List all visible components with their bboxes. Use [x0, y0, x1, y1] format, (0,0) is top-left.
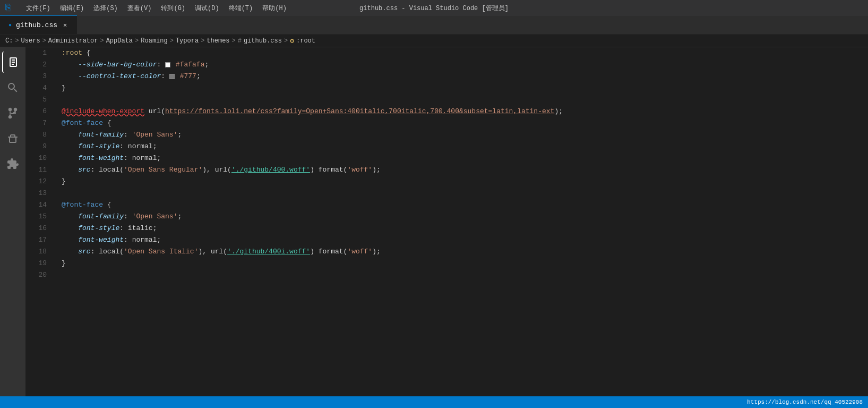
breadcrumb-administrator[interactable]: Administrator — [48, 37, 98, 45]
code-line-1: :root { — [62, 47, 868, 59]
menu-help[interactable]: 帮助(H) — [258, 2, 291, 15]
token: ); — [554, 107, 563, 115]
code-line-9: font-style: normal; — [62, 141, 868, 152]
token: ; — [177, 212, 182, 220]
menu-view[interactable]: 查看(V) — [123, 2, 156, 15]
code-line-18: src: local('Open Sans Italic'), url('./g… — [62, 246, 868, 258]
line-num-5: 5 — [25, 94, 51, 106]
code-line-17: font-weight: normal; — [62, 234, 868, 246]
breadcrumb-c[interactable]: C: — [5, 37, 13, 45]
token — [62, 142, 78, 150]
menu-select[interactable]: 选择(S) — [89, 2, 122, 15]
token: ); — [372, 248, 381, 256]
breadcrumb-appdata[interactable]: AppData — [106, 37, 133, 45]
tab-label: github.css — [16, 21, 57, 29]
token: { — [103, 201, 111, 209]
extensions-icon[interactable] — [2, 154, 23, 175]
debug-icon[interactable] — [2, 128, 23, 149]
breadcrumb-users[interactable]: Users — [21, 37, 40, 45]
token: ; — [204, 61, 209, 69]
code-lines: :root { --side-bar-bg-color: #fafafa; --… — [57, 47, 868, 408]
color-swatch — [165, 62, 170, 67]
breadcrumb-themes[interactable]: themes — [207, 37, 229, 45]
menu-edit[interactable]: 编辑(E) — [56, 2, 89, 15]
token: font-family — [78, 131, 124, 139]
token: --side-bar-bg-color — [78, 61, 157, 69]
token: ), url( — [202, 166, 231, 174]
token: #fafafa — [171, 61, 204, 69]
menu-terminal[interactable]: 终端(T) — [225, 2, 257, 15]
token: './github/400.woff' — [231, 166, 310, 174]
token: ) format( — [310, 248, 347, 256]
line-num-6: 6 — [25, 106, 51, 117]
token: : — [157, 61, 165, 69]
token: : normal; — [119, 142, 157, 150]
token: } — [62, 177, 66, 185]
color-swatch — [169, 74, 175, 79]
source-control-icon[interactable] — [2, 103, 23, 124]
token: https://fonts.loli.net/css?family=Open+S… — [165, 107, 554, 115]
code-container: 1 2 3 4 5 6 7 8 9 10 11 12 13 14 15 16 1… — [25, 47, 868, 408]
menu-file[interactable]: 文件(F) — [22, 2, 55, 15]
token: : — [124, 131, 132, 139]
line-num-8: 8 — [25, 129, 51, 141]
code-line-20 — [62, 269, 868, 281]
search-icon[interactable] — [2, 77, 23, 98]
breadcrumb-root[interactable]: :root — [296, 37, 315, 45]
token: ; — [196, 72, 201, 80]
token: ); — [372, 166, 381, 174]
breadcrumb-sep-7: > — [232, 37, 236, 45]
token: : normal; — [124, 154, 161, 162]
vscode-logo-icon: ⎘ — [5, 3, 11, 13]
code-line-11: src: local('Open Sans Regular'), url('./… — [62, 164, 868, 176]
code-line-10: font-weight: normal; — [62, 152, 868, 164]
token: 'woff' — [347, 166, 372, 174]
token — [62, 224, 78, 232]
breadcrumb-roaming[interactable]: Roaming — [141, 37, 167, 45]
editor-area[interactable]: 1 2 3 4 5 6 7 8 9 10 11 12 13 14 15 16 1… — [25, 47, 868, 408]
tab-github-css[interactable]: ● github.css ✕ — [0, 15, 77, 34]
line-num-13: 13 — [25, 188, 51, 199]
main-layout: 1 2 3 4 5 6 7 8 9 10 11 12 13 14 15 16 1… — [0, 47, 868, 408]
token: './github/400i.woff' — [227, 248, 310, 256]
code-line-8: font-family: 'Open Sans'; — [62, 129, 868, 141]
token: { — [103, 119, 111, 127]
tab-icon: ● — [8, 22, 12, 28]
line-num-18: 18 — [25, 246, 51, 258]
token: 'Open Sans' — [132, 131, 178, 139]
token: 'Open Sans Italic' — [124, 248, 198, 256]
files-icon[interactable] — [2, 52, 23, 73]
title-bar-left: ⎘ 文件(F) 编辑(E) 选择(S) 查看(V) 转到(G) 调试(D) 终端… — [5, 2, 291, 15]
tab-close-button[interactable]: ✕ — [62, 20, 68, 30]
code-line-13 — [62, 188, 868, 199]
code-line-15: font-family: 'Open Sans'; — [62, 211, 868, 223]
breadcrumb-github-css[interactable]: github.css — [244, 37, 282, 45]
token: font-weight — [78, 154, 124, 162]
line-num-14: 14 — [25, 199, 51, 211]
code-line-14: @font-face { — [62, 199, 868, 211]
token: @include-when-export — [62, 107, 144, 115]
menu-goto[interactable]: 转到(G) — [157, 2, 190, 15]
token: ), url( — [198, 248, 227, 256]
token: :root — [62, 49, 87, 57]
token: font-weight — [78, 236, 124, 244]
token: : — [124, 212, 132, 220]
activity-bar — [0, 47, 25, 408]
token: ) format( — [310, 166, 347, 174]
code-line-3: --control-text-color: #777; — [62, 71, 868, 82]
menu-bar: 文件(F) 编辑(E) 选择(S) 查看(V) 转到(G) 调试(D) 终端(T… — [22, 2, 291, 15]
line-num-10: 10 — [25, 152, 51, 164]
token: 'Open Sans' — [132, 212, 178, 220]
token: @font-face — [62, 119, 103, 127]
breadcrumb-typora[interactable]: Typora — [176, 37, 199, 45]
breadcrumb-hash: # — [238, 37, 242, 45]
line-num-19: 19 — [25, 258, 51, 269]
token — [62, 61, 78, 69]
token: { — [87, 49, 91, 57]
line-num-9: 9 — [25, 141, 51, 152]
token: : local( — [91, 166, 124, 174]
menu-debug[interactable]: 调试(D) — [191, 2, 224, 15]
token: : italic; — [119, 224, 157, 232]
breadcrumb-sep-4: > — [135, 37, 139, 45]
token: 'woff' — [347, 248, 372, 256]
